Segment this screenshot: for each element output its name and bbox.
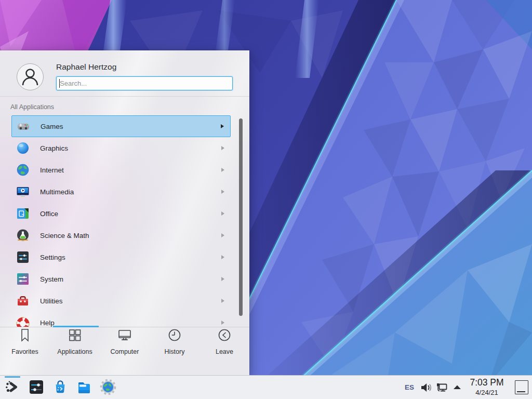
submenu-arrow-icon [221,124,224,128]
tab-history[interactable]: History [150,327,200,375]
category-internet[interactable]: Internet [11,159,231,181]
expand-tray-button[interactable] [451,381,463,394]
lifebuoy-icon [16,316,30,327]
keyboard-layout-indicator[interactable]: ES [405,376,414,399]
tab-computer[interactable]: Computer [100,327,150,375]
clock-date: 4/24/21 [464,388,510,397]
globe-gear-icon [100,379,116,395]
system-settings-icon [28,379,45,395]
launcher-header: Raphael Hertzog [0,50,249,97]
category-label: Help [40,319,55,327]
user-name: Raphael Hertzog [56,62,116,72]
category-label: Graphics [40,144,68,152]
category-label: Science & Math [40,232,89,240]
tab-label: Favorites [0,348,50,355]
caret-up-icon [451,381,463,394]
category-graphics[interactable]: Graphics [11,137,231,159]
discover-button[interactable] [52,379,69,395]
category-games[interactable]: Games [11,115,231,137]
system-settings-button[interactable] [28,379,45,395]
category-list: Games Graphics [0,102,249,327]
category-science-math[interactable]: Science & Math [11,224,231,246]
tab-leave[interactable]: Leave [200,327,249,375]
toolbox-icon [16,294,30,308]
search-input[interactable] [56,76,233,90]
category-settings[interactable]: Settings [11,246,231,268]
application-launcher-menu: Raphael Hertzog All Applications [0,50,249,375]
folder-icon [76,379,92,395]
leave-icon [217,336,232,344]
file-manager-button[interactable] [76,379,92,395]
category-label: Multimedia [40,188,74,196]
category-label: Office [40,210,58,218]
sphere-icon [16,141,30,155]
submenu-arrow-icon [221,277,224,281]
category-label: Games [41,123,63,130]
sliders-icon [16,250,30,264]
category-label: Internet [40,166,64,174]
tab-applications[interactable]: Applications [50,327,100,375]
bookmark-icon [17,336,33,344]
submenu-arrow-icon [221,233,224,237]
network-button[interactable] [435,381,448,394]
monitor-play-icon [16,185,30,198]
submenu-arrow-icon [221,168,224,172]
submenu-arrow-icon [221,146,224,150]
globe-icon [16,163,30,177]
scrollbar-thumb[interactable] [239,118,243,316]
submenu-arrow-icon [221,321,224,325]
system-sliders-icon [16,272,30,286]
category-office[interactable]: Office [11,203,231,224]
volume-button[interactable] [420,381,432,394]
category-multimedia[interactable]: Multimedia [11,181,231,203]
desktop: Raphael Hertzog All Applications [0,0,532,399]
flask-icon [16,229,30,242]
category-label: System [40,275,63,283]
search-field-wrap [56,76,233,90]
discover-bag-icon [52,379,69,395]
history-clock-icon [167,336,182,344]
tab-label: Computer [100,348,150,355]
category-label: Utilities [40,297,63,305]
wired-network-icon [435,381,448,394]
submenu-arrow-icon [221,190,224,194]
tab-label: Leave [200,348,249,355]
launcher-tabbar: Favorites Applications [0,327,249,375]
category-utilities[interactable]: Utilities [11,290,231,312]
submenu-arrow-icon [221,299,224,303]
computer-icon [117,336,132,344]
document-icon [16,207,30,220]
category-system[interactable]: System [11,268,231,290]
show-desktop-button[interactable] [515,380,528,394]
tab-label: Applications [50,348,100,355]
tab-favorites[interactable]: Favorites [0,327,50,375]
user-avatar[interactable] [17,63,44,90]
submenu-arrow-icon [221,255,224,259]
active-task-indicator [5,376,20,378]
taskbar-panel: ES 7:03 PM 4/24/21 [0,375,532,399]
kickoff-icon [4,379,21,395]
text-caret [59,79,60,88]
category-label: Settings [40,254,65,261]
user-icon [17,64,43,90]
category-help[interactable]: Help [11,312,231,327]
app-grid-icon [67,336,83,344]
gamepad-icon [17,119,30,133]
application-launcher-button[interactable] [4,379,21,395]
web-browser-button[interactable] [100,379,116,395]
clock-time: 7:03 PM [464,377,510,388]
tab-label: History [150,348,200,355]
digital-clock[interactable]: 7:03 PM 4/24/21 [464,377,510,398]
submenu-arrow-icon [221,211,224,216]
volume-icon [420,381,432,394]
